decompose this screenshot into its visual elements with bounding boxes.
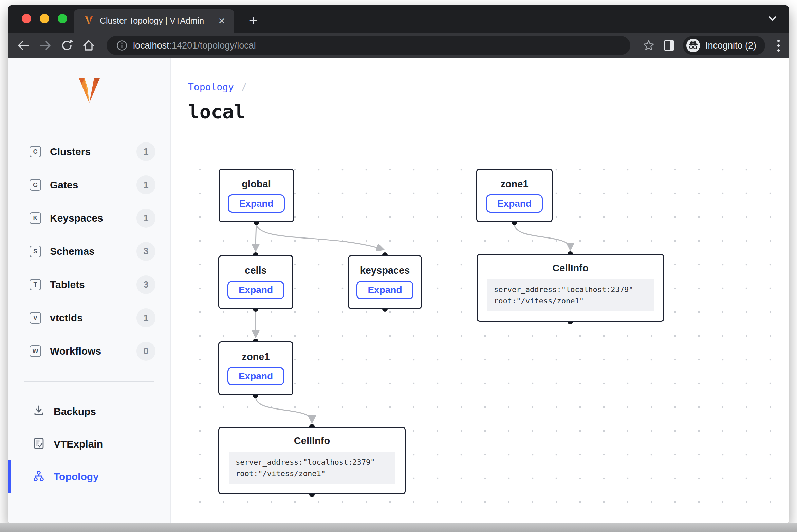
node-title: cells — [245, 265, 267, 276]
sidebar-item-label: Gates — [50, 179, 78, 191]
node-title: zone1 — [242, 351, 270, 362]
sidebar-item-backups[interactable]: Backups — [8, 395, 170, 428]
sidebar-item-keyspaces[interactable]: K Keyspaces 1 — [8, 202, 170, 235]
new-tab-button[interactable]: + — [245, 13, 261, 28]
sidebar-tools: Backups VTExplain — [8, 395, 170, 493]
breadcrumb-separator: / — [241, 81, 247, 93]
expand-button[interactable]: Expand — [227, 281, 284, 299]
sidebar-nav: C Clusters 1 G Gates 1 K Keyspaces 1 — [8, 135, 170, 368]
browser-menu-icon[interactable] — [774, 40, 783, 52]
node-title: CellInfo — [552, 263, 588, 274]
cellinfo-code: server_address:"localhost:2379" root:"/v… — [487, 279, 654, 311]
topology-icon — [33, 470, 45, 483]
tablets-icon: T — [30, 279, 41, 290]
sidebar-item-vtexplain[interactable]: VTExplain — [8, 428, 170, 460]
breadcrumb-link-topology[interactable]: Topology — [188, 81, 234, 93]
expand-button[interactable]: Expand — [356, 281, 413, 299]
count-badge: 1 — [136, 142, 155, 161]
keyspaces-icon: K — [30, 212, 41, 224]
browser-tab[interactable]: Cluster Topology | VTAdmin ✕ — [74, 9, 234, 33]
sidebar-item-label: Clusters — [50, 146, 91, 157]
browser-toolbar: localhost:14201/topology/local — [8, 33, 789, 58]
sidebar-divider — [24, 381, 154, 382]
sidebar-item-label: Schemas — [50, 246, 95, 257]
home-button[interactable] — [78, 36, 99, 55]
sidebar-item-schemas[interactable]: S Schemas 3 — [8, 235, 170, 268]
node-title: keyspaces — [360, 265, 410, 276]
toolbar-right: Incognito (2) — [642, 33, 783, 58]
count-badge: 1 — [136, 209, 155, 228]
sidebar-item-label: VTExplain — [54, 438, 103, 450]
code-line: server_address:"localhost:2379" — [236, 457, 388, 468]
vtexplain-icon — [33, 437, 45, 451]
topology-node-global: global Expand — [219, 169, 294, 222]
code-line: server_address:"localhost:2379" — [494, 284, 647, 295]
incognito-badge[interactable]: Incognito (2) — [683, 36, 765, 55]
minimize-window-button[interactable] — [40, 14, 49, 23]
vitess-logo — [75, 74, 104, 109]
forward-button[interactable] — [34, 36, 56, 55]
expand-button[interactable]: Expand — [486, 194, 543, 213]
zoom-window-button[interactable] — [58, 14, 67, 23]
node-title: zone1 — [500, 178, 528, 190]
topology-node-cellinfo: CellInfo server_address:"localhost:2379"… — [477, 254, 664, 322]
topology-node-cells: cells Expand — [218, 255, 293, 309]
chevron-down-icon[interactable] — [767, 15, 778, 24]
reload-button[interactable] — [56, 36, 78, 55]
url-host: localhost — [133, 40, 169, 51]
topology-node-keyspaces: keyspaces Expand — [348, 255, 422, 309]
node-title: global — [242, 178, 271, 190]
clusters-icon: C — [30, 146, 41, 157]
topology-diagram: global Expand zone1 Expand cells Expand … — [183, 154, 787, 521]
traffic-lights — [22, 14, 67, 23]
sidebar-item-vtctlds[interactable]: V vtctlds 1 — [8, 301, 170, 335]
sidebar-item-label: Tablets — [50, 279, 85, 290]
sidebar-item-tablets[interactable]: T Tablets 3 — [8, 268, 170, 301]
topology-node-cellinfo: CellInfo server_address:"localhost:2379"… — [218, 427, 406, 494]
sidebar-item-workflows[interactable]: W Workflows 0 — [8, 335, 170, 368]
side-panel-icon[interactable] — [664, 40, 674, 51]
gates-icon: G — [30, 179, 41, 191]
sidebar: C Clusters 1 G Gates 1 K Keyspaces 1 — [8, 58, 171, 524]
active-indicator — [8, 460, 11, 493]
desktop-strip — [0, 523, 797, 532]
backups-icon — [33, 405, 45, 418]
cellinfo-code: server_address:"localhost:2379" root:"/v… — [229, 452, 395, 484]
sidebar-item-label: Keyspaces — [50, 212, 103, 224]
count-badge: 0 — [136, 342, 155, 361]
screen: Cluster Topology | VTAdmin ✕ + — [0, 0, 797, 532]
count-badge: 3 — [136, 275, 155, 294]
url-text: localhost:14201/topology/local — [133, 40, 256, 51]
count-badge: 1 — [136, 308, 155, 327]
sidebar-item-clusters[interactable]: C Clusters 1 — [8, 135, 170, 168]
node-title: CellInfo — [294, 435, 330, 446]
url-bar[interactable]: localhost:14201/topology/local — [107, 36, 630, 55]
expand-button[interactable]: Expand — [228, 194, 284, 213]
count-badge: 1 — [136, 175, 155, 194]
sidebar-item-gates[interactable]: G Gates 1 — [8, 168, 170, 202]
schemas-icon: S — [30, 246, 41, 257]
count-badge: 3 — [136, 242, 155, 261]
back-button[interactable] — [13, 36, 34, 55]
vtctlds-icon: V — [30, 312, 41, 324]
close-tab-icon[interactable]: ✕ — [217, 15, 227, 27]
site-info-icon[interactable] — [116, 40, 128, 51]
topology-node-zone1: zone1 Expand — [476, 169, 553, 222]
close-window-button[interactable] — [22, 14, 31, 23]
page-content: C Clusters 1 G Gates 1 K Keyspaces 1 — [8, 58, 789, 524]
expand-button[interactable]: Expand — [227, 367, 284, 385]
sidebar-item-label: Topology — [54, 471, 99, 482]
workflows-icon: W — [30, 345, 41, 357]
tab-title: Cluster Topology | VTAdmin — [100, 16, 211, 26]
sidebar-item-label: Workflows — [50, 345, 101, 357]
sidebar-item-topology[interactable]: Topology — [8, 460, 170, 493]
url-path: :14201/topology/local — [169, 40, 256, 51]
bookmark-star-icon[interactable] — [642, 39, 655, 52]
code-line: root:"/vitess/zone1" — [236, 468, 388, 479]
page-title: local — [188, 100, 245, 122]
incognito-icon — [686, 38, 701, 53]
tab-strip: Cluster Topology | VTAdmin ✕ + — [8, 5, 789, 33]
vitess-favicon-icon — [84, 15, 94, 27]
code-line: root:"/vitess/zone1" — [494, 295, 647, 306]
breadcrumb: Topology / — [188, 81, 247, 93]
